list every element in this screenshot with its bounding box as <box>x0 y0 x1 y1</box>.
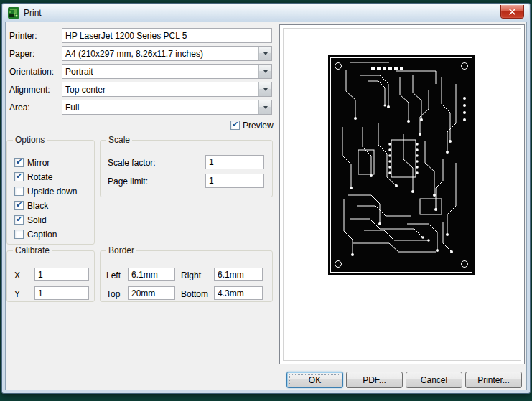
cancel-button[interactable]: Cancel <box>406 372 462 388</box>
border-bottom-label: Bottom <box>181 289 208 299</box>
printer-label: Printer: <box>9 31 37 41</box>
desktop-background: { "window": { "title": "Print" }, "field… <box>0 0 532 401</box>
print-dialog-window: Print Printer: Paper: A4 (210x297 mm, 8.… <box>1 3 531 394</box>
printer-field[interactable] <box>62 28 272 43</box>
area-select[interactable]: Full <box>62 100 272 115</box>
upside-down-label[interactable]: Upside down <box>27 187 77 197</box>
chevron-down-icon <box>258 82 271 96</box>
orientation-select[interactable]: Portrait <box>62 64 272 79</box>
scale-title: Scale <box>106 135 132 145</box>
border-left-input[interactable] <box>128 268 175 281</box>
scale-factor-label: Scale factor: <box>108 158 156 168</box>
black-checkbox[interactable] <box>14 201 24 210</box>
options-title: Options <box>13 135 47 145</box>
chevron-down-icon <box>258 100 271 114</box>
app-icon <box>8 7 19 19</box>
alignment-label: Alignment: <box>9 85 50 95</box>
border-right-input[interactable] <box>214 268 263 281</box>
border-right-label: Right <box>181 270 201 280</box>
scale-groupbox: Scale Scale factor: Page limit: <box>100 140 273 197</box>
window-title: Print <box>24 8 42 18</box>
close-icon <box>508 9 516 15</box>
calibrate-y-input[interactable] <box>34 286 89 300</box>
calibrate-y-label: Y <box>14 289 20 299</box>
preview-label[interactable]: Preview <box>243 121 274 131</box>
rotate-checkbox[interactable] <box>14 172 24 181</box>
calibrate-groupbox: Calibrate X Y <box>6 250 95 302</box>
alignment-select[interactable]: Top center <box>62 82 272 97</box>
paper-label: Paper: <box>9 49 34 59</box>
paper-select[interactable]: A4 (210x297 mm, 8.26x11.7 inches) <box>62 46 272 61</box>
scale-factor-input[interactable] <box>205 155 264 169</box>
mirror-checkbox[interactable] <box>14 158 24 167</box>
calibrate-x-label: X <box>14 270 20 280</box>
border-top-input[interactable] <box>128 286 175 300</box>
solid-checkbox[interactable] <box>14 215 24 225</box>
border-bottom-input[interactable] <box>214 286 263 300</box>
orientation-value: Portrait <box>62 65 258 78</box>
border-left-label: Left <box>106 270 121 280</box>
upside-down-checkbox[interactable] <box>14 187 24 196</box>
calibrate-x-input[interactable] <box>34 268 89 281</box>
border-top-label: Top <box>106 289 120 299</box>
border-title: Border <box>106 245 136 255</box>
rotate-label[interactable]: Rotate <box>27 172 52 182</box>
close-button[interactable] <box>500 5 524 19</box>
printer-button[interactable]: Printer... <box>465 372 522 388</box>
chevron-down-icon <box>258 47 271 60</box>
pcb-preview-image <box>328 55 475 275</box>
paper-value: A4 (210x297 mm, 8.26x11.7 inches) <box>62 47 258 60</box>
chevron-down-icon <box>258 65 271 78</box>
solid-label[interactable]: Solid <box>27 215 47 225</box>
mirror-label[interactable]: Mirror <box>27 158 50 168</box>
options-groupbox: Options Mirror Rotate Upside down Black … <box>6 140 95 245</box>
page-limit-label: Page limit: <box>108 176 148 187</box>
calibrate-title: Calibrate <box>13 245 52 255</box>
preview-pane <box>279 24 525 364</box>
pdf-button[interactable]: PDF... <box>346 372 403 388</box>
titlebar[interactable]: Print <box>3 4 529 22</box>
border-groupbox: Border Left Right Top Bottom <box>100 250 273 302</box>
page-limit-input[interactable] <box>205 174 264 188</box>
alignment-value: Top center <box>62 82 258 96</box>
orientation-label: Orientation: <box>9 67 54 77</box>
preview-checkbox[interactable] <box>230 121 240 130</box>
area-label: Area: <box>9 103 30 113</box>
caption-label[interactable]: Caption <box>27 230 57 240</box>
ok-button[interactable]: OK <box>286 372 343 388</box>
caption-checkbox[interactable] <box>14 230 24 239</box>
area-value: Full <box>62 100 258 114</box>
black-label[interactable]: Black <box>27 201 48 211</box>
